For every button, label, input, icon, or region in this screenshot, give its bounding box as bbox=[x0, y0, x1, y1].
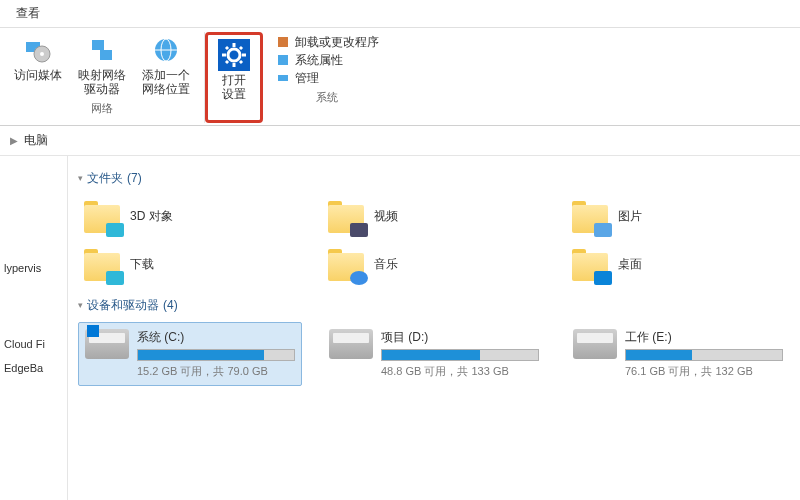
svg-line-17 bbox=[240, 47, 242, 49]
section-folders-count: (7) bbox=[127, 171, 142, 185]
manage-button[interactable]: 管理 bbox=[275, 70, 379, 86]
content-panel: ▾ 文件夹 (7) 3D 对象 视频 图片 下载 bbox=[68, 156, 800, 500]
ribbon-group-settings-highlighted: 打开 设置 bbox=[205, 32, 263, 123]
sidebar-item[interactable]: lypervis bbox=[0, 256, 67, 280]
access-media-label: 访问媒体 bbox=[14, 68, 62, 82]
folder-item[interactable]: 视频 bbox=[322, 195, 546, 239]
chevron-down-icon: ▾ bbox=[78, 173, 83, 183]
access-media-button[interactable]: 访问媒体 bbox=[8, 32, 68, 99]
drive-stats: 48.8 GB 可用，共 133 GB bbox=[381, 364, 539, 379]
open-settings-label: 打开 设置 bbox=[222, 73, 246, 102]
breadcrumb-computer[interactable]: 电脑 bbox=[24, 132, 48, 149]
system-properties-label: 系统属性 bbox=[295, 53, 343, 68]
folder-item[interactable]: 下载 bbox=[78, 243, 302, 287]
section-header-folders[interactable]: ▾ 文件夹 (7) bbox=[78, 170, 790, 187]
folder-label: 3D 对象 bbox=[130, 208, 173, 225]
sidebar-item[interactable]: EdgeBa bbox=[0, 356, 67, 380]
folder-label: 音乐 bbox=[374, 256, 398, 273]
uninstall-button[interactable]: 卸载或更改程序 bbox=[275, 34, 379, 50]
drive-name: 工作 (E:) bbox=[625, 329, 783, 346]
chevron-down-icon: ▾ bbox=[78, 300, 83, 310]
chevron-right-icon: ▶ bbox=[10, 135, 18, 146]
drive-item[interactable]: 系统 (C:) 15.2 GB 可用，共 79.0 GB bbox=[78, 322, 302, 386]
map-drive-button[interactable]: 映射网络 驱动器 bbox=[72, 32, 132, 99]
ribbon-group-network: 访问媒体 映射网络 驱动器 添加一个 网络位置 网络 bbox=[0, 32, 205, 123]
add-location-button[interactable]: 添加一个 网络位置 bbox=[136, 32, 196, 99]
uninstall-label: 卸载或更改程序 bbox=[295, 35, 379, 50]
drive-usage-bar bbox=[381, 349, 539, 361]
svg-line-14 bbox=[226, 47, 228, 49]
drive-usage-bar bbox=[625, 349, 783, 361]
ribbon-group-network-label: 网络 bbox=[91, 101, 113, 116]
folder-item[interactable]: 音乐 bbox=[322, 243, 546, 287]
svg-rect-18 bbox=[278, 37, 288, 47]
add-location-label: 添加一个 网络位置 bbox=[142, 68, 190, 97]
properties-icon bbox=[275, 52, 291, 68]
drive-name: 系统 (C:) bbox=[137, 329, 295, 346]
folder-icon bbox=[82, 247, 122, 283]
section-drives-count: (4) bbox=[163, 298, 178, 312]
tab-view[interactable]: 查看 bbox=[8, 2, 48, 25]
folder-icon bbox=[326, 247, 366, 283]
section-header-drives[interactable]: ▾ 设备和驱动器 (4) bbox=[78, 297, 790, 314]
folder-label: 视频 bbox=[374, 208, 398, 225]
manage-label: 管理 bbox=[295, 71, 319, 86]
folder-icon bbox=[326, 199, 366, 235]
drive-icon bbox=[85, 329, 129, 359]
ribbon: 访问媒体 映射网络 驱动器 添加一个 网络位置 网络 bbox=[0, 28, 800, 126]
svg-rect-4 bbox=[100, 50, 112, 60]
svg-line-16 bbox=[226, 61, 228, 63]
main-area: lypervis Cloud Fi EdgeBa ▾ 文件夹 (7) 3D 对象… bbox=[0, 156, 800, 500]
section-drives-label: 设备和驱动器 bbox=[87, 297, 159, 314]
media-cd-icon bbox=[22, 34, 54, 66]
drive-icon bbox=[329, 329, 373, 359]
sidebar-item[interactable] bbox=[0, 280, 67, 292]
svg-rect-3 bbox=[92, 40, 104, 50]
section-folders-label: 文件夹 bbox=[87, 170, 123, 187]
svg-line-15 bbox=[240, 61, 242, 63]
map-drive-icon bbox=[86, 34, 118, 66]
map-drive-label: 映射网络 驱动器 bbox=[78, 68, 126, 97]
folder-grid: 3D 对象 视频 图片 下载 音乐 桌面 bbox=[78, 195, 790, 287]
manage-icon bbox=[275, 70, 291, 86]
drive-grid: 系统 (C:) 15.2 GB 可用，共 79.0 GB 项目 (D:) 48.… bbox=[78, 322, 790, 386]
drive-item[interactable]: 工作 (E:) 76.1 GB 可用，共 132 GB bbox=[566, 322, 790, 386]
ribbon-group-system-label: 系统 bbox=[316, 90, 338, 105]
breadcrumb[interactable]: ▶ 电脑 bbox=[0, 126, 800, 156]
folder-label: 下载 bbox=[130, 256, 154, 273]
globe-icon bbox=[150, 34, 182, 66]
drive-item[interactable]: 项目 (D:) 48.8 GB 可用，共 133 GB bbox=[322, 322, 546, 386]
drive-name: 项目 (D:) bbox=[381, 329, 539, 346]
folder-icon bbox=[570, 247, 610, 283]
system-properties-button[interactable]: 系统属性 bbox=[275, 52, 379, 68]
drive-icon bbox=[573, 329, 617, 359]
svg-rect-19 bbox=[278, 55, 288, 65]
folder-item[interactable]: 桌面 bbox=[566, 243, 790, 287]
folder-item[interactable]: 图片 bbox=[566, 195, 790, 239]
folder-item[interactable]: 3D 对象 bbox=[78, 195, 302, 239]
svg-point-2 bbox=[40, 52, 44, 56]
sidebar-item[interactable]: Cloud Fi bbox=[0, 332, 67, 356]
sidebar: lypervis Cloud Fi EdgeBa bbox=[0, 156, 68, 500]
folder-icon bbox=[570, 199, 610, 235]
tab-bar: 查看 bbox=[0, 0, 800, 28]
gear-icon bbox=[218, 39, 250, 71]
open-settings-button[interactable]: 打开 设置 bbox=[210, 37, 258, 104]
uninstall-icon bbox=[275, 34, 291, 50]
ribbon-group-system: 卸载或更改程序 系统属性 管理 系统 bbox=[263, 32, 391, 123]
folder-icon bbox=[82, 199, 122, 235]
drive-stats: 76.1 GB 可用，共 132 GB bbox=[625, 364, 783, 379]
folder-label: 桌面 bbox=[618, 256, 642, 273]
folder-label: 图片 bbox=[618, 208, 642, 225]
drive-stats: 15.2 GB 可用，共 79.0 GB bbox=[137, 364, 295, 379]
svg-rect-20 bbox=[278, 75, 288, 81]
drive-usage-bar bbox=[137, 349, 295, 361]
